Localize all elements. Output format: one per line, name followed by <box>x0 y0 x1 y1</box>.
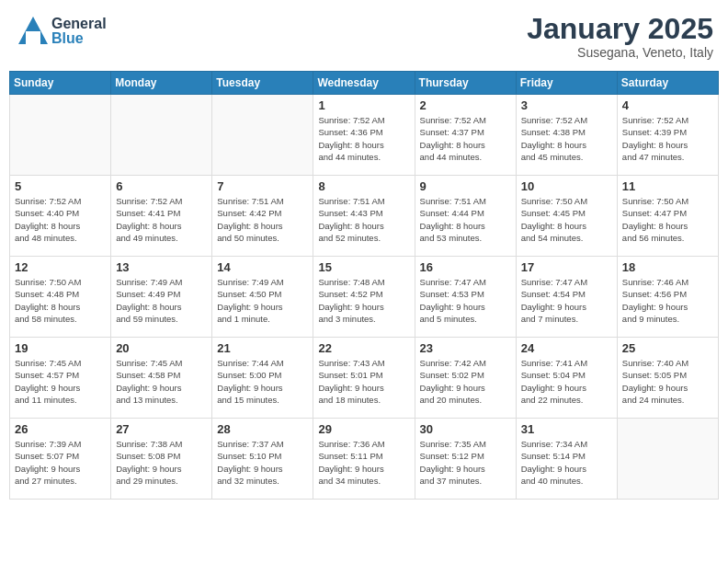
day-number: 28 <box>217 422 308 436</box>
day-info: Sunrise: 7:51 AM Sunset: 4:44 PM Dayligh… <box>420 195 511 244</box>
calendar-cell: 16Sunrise: 7:47 AM Sunset: 4:53 PM Dayli… <box>415 257 516 338</box>
logo-icon <box>15 13 51 50</box>
day-number: 6 <box>116 179 207 193</box>
day-number: 20 <box>116 341 207 355</box>
calendar-cell: 30Sunrise: 7:35 AM Sunset: 5:12 PM Dayli… <box>415 419 516 500</box>
calendar-cell: 31Sunrise: 7:34 AM Sunset: 5:14 PM Dayli… <box>516 419 617 500</box>
day-info: Sunrise: 7:48 AM Sunset: 4:52 PM Dayligh… <box>318 276 409 325</box>
day-number: 9 <box>420 179 511 193</box>
location: Susegana, Veneto, Italy <box>527 45 713 60</box>
page-header: General Blue January 2025 Susegana, Vene… <box>9 9 719 63</box>
day-info: Sunrise: 7:43 AM Sunset: 5:01 PM Dayligh… <box>318 357 409 406</box>
week-row-1: 1Sunrise: 7:52 AM Sunset: 4:36 PM Daylig… <box>10 95 719 176</box>
logo-text: General Blue <box>51 17 107 46</box>
day-number: 15 <box>318 260 409 274</box>
day-info: Sunrise: 7:45 AM Sunset: 4:58 PM Dayligh… <box>116 357 207 406</box>
day-info: Sunrise: 7:38 AM Sunset: 5:08 PM Dayligh… <box>116 438 207 487</box>
day-info: Sunrise: 7:36 AM Sunset: 5:11 PM Dayligh… <box>318 438 409 487</box>
day-info: Sunrise: 7:49 AM Sunset: 4:49 PM Dayligh… <box>116 276 207 325</box>
day-info: Sunrise: 7:46 AM Sunset: 4:56 PM Dayligh… <box>622 276 713 325</box>
calendar-cell: 26Sunrise: 7:39 AM Sunset: 5:07 PM Dayli… <box>10 419 111 500</box>
day-number: 29 <box>318 422 409 436</box>
weekday-header-sunday: Sunday <box>10 72 111 95</box>
day-number: 1 <box>318 98 409 112</box>
day-number: 7 <box>217 179 308 193</box>
day-info: Sunrise: 7:39 AM Sunset: 5:07 PM Dayligh… <box>15 438 106 487</box>
day-number: 11 <box>622 179 713 193</box>
day-info: Sunrise: 7:47 AM Sunset: 4:54 PM Dayligh… <box>521 276 612 325</box>
day-number: 2 <box>420 98 511 112</box>
weekday-header-row: SundayMondayTuesdayWednesdayThursdayFrid… <box>10 72 719 95</box>
day-info: Sunrise: 7:49 AM Sunset: 4:50 PM Dayligh… <box>217 276 308 325</box>
day-info: Sunrise: 7:34 AM Sunset: 5:14 PM Dayligh… <box>521 438 612 487</box>
calendar-cell <box>212 95 313 176</box>
calendar-cell: 7Sunrise: 7:51 AM Sunset: 4:42 PM Daylig… <box>212 176 313 257</box>
calendar-cell: 23Sunrise: 7:42 AM Sunset: 5:02 PM Dayli… <box>415 338 516 419</box>
calendar-cell: 15Sunrise: 7:48 AM Sunset: 4:52 PM Dayli… <box>313 257 415 338</box>
day-info: Sunrise: 7:51 AM Sunset: 4:42 PM Dayligh… <box>217 195 308 244</box>
day-number: 22 <box>318 341 409 355</box>
day-number: 13 <box>116 260 207 274</box>
day-number: 23 <box>420 341 511 355</box>
week-row-2: 5Sunrise: 7:52 AM Sunset: 4:40 PM Daylig… <box>10 176 719 257</box>
day-number: 19 <box>15 341 106 355</box>
day-info: Sunrise: 7:50 AM Sunset: 4:48 PM Dayligh… <box>15 276 106 325</box>
calendar-cell: 20Sunrise: 7:45 AM Sunset: 4:58 PM Dayli… <box>111 338 212 419</box>
week-row-4: 19Sunrise: 7:45 AM Sunset: 4:57 PM Dayli… <box>10 338 719 419</box>
calendar-cell: 5Sunrise: 7:52 AM Sunset: 4:40 PM Daylig… <box>10 176 111 257</box>
day-info: Sunrise: 7:44 AM Sunset: 5:00 PM Dayligh… <box>217 357 308 406</box>
calendar-cell: 1Sunrise: 7:52 AM Sunset: 4:36 PM Daylig… <box>313 95 415 176</box>
day-info: Sunrise: 7:41 AM Sunset: 5:04 PM Dayligh… <box>521 357 612 406</box>
day-info: Sunrise: 7:52 AM Sunset: 4:36 PM Dayligh… <box>318 114 409 163</box>
calendar-cell: 2Sunrise: 7:52 AM Sunset: 4:37 PM Daylig… <box>415 95 516 176</box>
day-number: 16 <box>420 260 511 274</box>
calendar-cell: 17Sunrise: 7:47 AM Sunset: 4:54 PM Dayli… <box>516 257 617 338</box>
month-title: January 2025 <box>527 13 713 45</box>
weekday-header-friday: Friday <box>516 72 617 95</box>
weekday-header-monday: Monday <box>111 72 212 95</box>
calendar-cell: 4Sunrise: 7:52 AM Sunset: 4:39 PM Daylig… <box>617 95 718 176</box>
weekday-header-thursday: Thursday <box>415 72 516 95</box>
calendar-cell: 21Sunrise: 7:44 AM Sunset: 5:00 PM Dayli… <box>212 338 313 419</box>
calendar-table: SundayMondayTuesdayWednesdayThursdayFrid… <box>9 71 719 500</box>
svg-rect-1 <box>26 31 40 44</box>
calendar-cell: 12Sunrise: 7:50 AM Sunset: 4:48 PM Dayli… <box>10 257 111 338</box>
weekday-header-tuesday: Tuesday <box>212 72 313 95</box>
day-number: 27 <box>116 422 207 436</box>
day-number: 24 <box>521 341 612 355</box>
calendar-cell: 28Sunrise: 7:37 AM Sunset: 5:10 PM Dayli… <box>212 419 313 500</box>
calendar-cell: 14Sunrise: 7:49 AM Sunset: 4:50 PM Dayli… <box>212 257 313 338</box>
day-info: Sunrise: 7:47 AM Sunset: 4:53 PM Dayligh… <box>420 276 511 325</box>
day-info: Sunrise: 7:37 AM Sunset: 5:10 PM Dayligh… <box>217 438 308 487</box>
calendar-cell: 11Sunrise: 7:50 AM Sunset: 4:47 PM Dayli… <box>617 176 718 257</box>
calendar-cell: 8Sunrise: 7:51 AM Sunset: 4:43 PM Daylig… <box>313 176 415 257</box>
weekday-header-saturday: Saturday <box>617 72 718 95</box>
day-info: Sunrise: 7:52 AM Sunset: 4:39 PM Dayligh… <box>622 114 713 163</box>
day-number: 30 <box>420 422 511 436</box>
logo-blue: Blue <box>51 31 107 46</box>
calendar-cell: 19Sunrise: 7:45 AM Sunset: 4:57 PM Dayli… <box>10 338 111 419</box>
day-number: 25 <box>622 341 713 355</box>
weekday-header-wednesday: Wednesday <box>313 72 415 95</box>
calendar-cell <box>10 95 111 176</box>
day-number: 3 <box>521 98 612 112</box>
logo: General Blue <box>15 13 107 50</box>
calendar-cell <box>617 419 718 500</box>
calendar-cell: 13Sunrise: 7:49 AM Sunset: 4:49 PM Dayli… <box>111 257 212 338</box>
calendar-cell <box>111 95 212 176</box>
calendar-cell: 24Sunrise: 7:41 AM Sunset: 5:04 PM Dayli… <box>516 338 617 419</box>
calendar-cell: 25Sunrise: 7:40 AM Sunset: 5:05 PM Dayli… <box>617 338 718 419</box>
day-number: 12 <box>15 260 106 274</box>
logo-general: General <box>51 17 107 31</box>
calendar-cell: 3Sunrise: 7:52 AM Sunset: 4:38 PM Daylig… <box>516 95 617 176</box>
day-info: Sunrise: 7:35 AM Sunset: 5:12 PM Dayligh… <box>420 438 511 487</box>
calendar-cell: 10Sunrise: 7:50 AM Sunset: 4:45 PM Dayli… <box>516 176 617 257</box>
calendar-cell: 6Sunrise: 7:52 AM Sunset: 4:41 PM Daylig… <box>111 176 212 257</box>
calendar-cell: 9Sunrise: 7:51 AM Sunset: 4:44 PM Daylig… <box>415 176 516 257</box>
day-number: 8 <box>318 179 409 193</box>
day-info: Sunrise: 7:42 AM Sunset: 5:02 PM Dayligh… <box>420 357 511 406</box>
day-number: 26 <box>15 422 106 436</box>
day-info: Sunrise: 7:52 AM Sunset: 4:41 PM Dayligh… <box>116 195 207 244</box>
calendar-cell: 18Sunrise: 7:46 AM Sunset: 4:56 PM Dayli… <box>617 257 718 338</box>
day-info: Sunrise: 7:45 AM Sunset: 4:57 PM Dayligh… <box>15 357 106 406</box>
